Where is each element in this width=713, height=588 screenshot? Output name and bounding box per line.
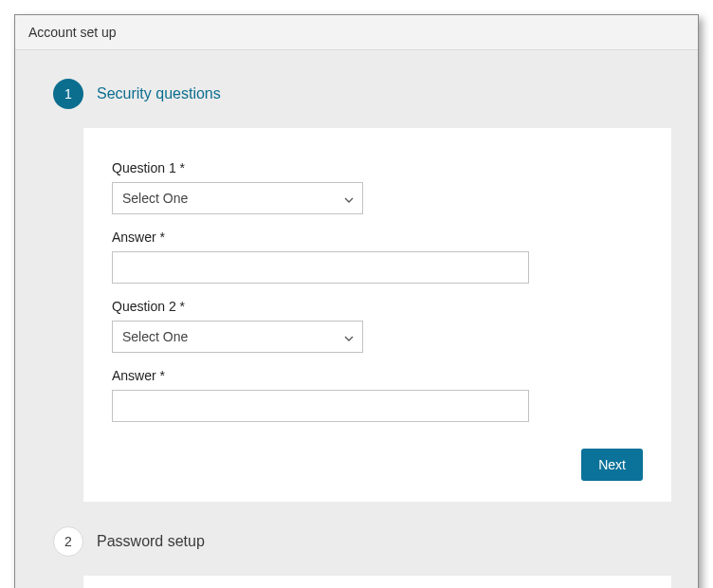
window-title: Account set up — [15, 15, 698, 50]
answer1-group: Answer * — [112, 230, 643, 284]
step2-section: 2 Password setup Security questions must… — [42, 526, 671, 588]
step1-title: Security questions — [97, 85, 221, 102]
next-button[interactable]: Next — [581, 449, 643, 481]
question1-label: Question 1 * — [112, 160, 643, 175]
question1-group: Question 1 * Select One — [112, 160, 643, 214]
question2-select-wrap: Select One — [112, 321, 363, 353]
step2-header: 2 Password setup — [53, 526, 671, 557]
password-setup-notice: Security questions must be saved prior t… — [83, 576, 671, 588]
answer1-label: Answer * — [112, 230, 643, 245]
security-questions-panel: Question 1 * Select One Answer * Questio… — [83, 128, 671, 502]
content-area: 1 Security questions Question 1 * Select… — [15, 50, 698, 588]
question1-select[interactable]: Select One — [112, 182, 363, 214]
step1-header: 1 Security questions — [53, 79, 671, 109]
question2-label: Question 2 * — [112, 299, 643, 314]
question2-select[interactable]: Select One — [112, 321, 363, 353]
answer1-input[interactable] — [112, 251, 529, 284]
question1-select-wrap: Select One — [112, 182, 363, 214]
question2-group: Question 2 * Select One — [112, 299, 643, 353]
step2-title: Password setup — [97, 533, 205, 550]
answer2-group: Answer * — [112, 368, 643, 422]
step2-number-badge: 2 — [53, 526, 83, 557]
step1-number-badge: 1 — [53, 79, 83, 109]
panel-footer: Next — [112, 449, 643, 481]
account-setup-window: Account set up 1 Security questions Ques… — [14, 14, 699, 588]
answer2-label: Answer * — [112, 368, 643, 383]
answer2-input[interactable] — [112, 390, 529, 422]
